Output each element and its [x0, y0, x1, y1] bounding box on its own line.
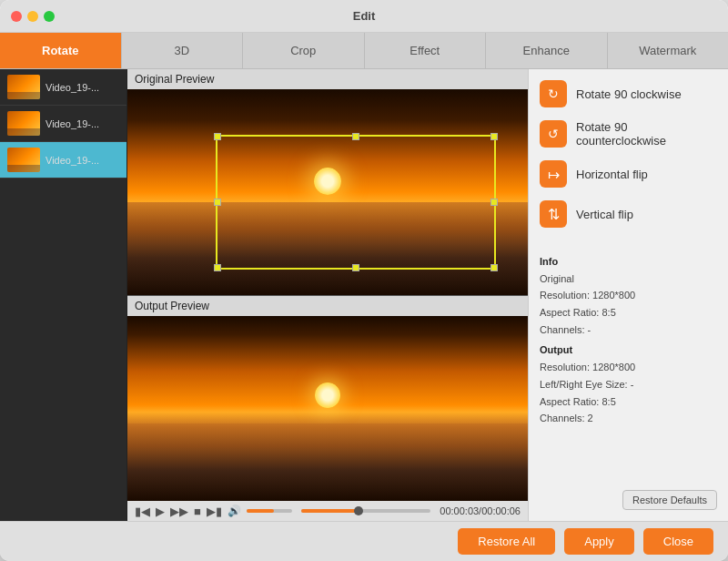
- output-preview-section: Output Preview ▮◀ ▶ ▶▶ ■ ▶▮ 🔊: [127, 296, 528, 522]
- original-preview-label: Original Preview: [127, 69, 528, 89]
- progress-bar[interactable]: [301, 509, 430, 513]
- list-item[interactable]: Video_19-...: [0, 106, 126, 142]
- progress-fill: [301, 509, 359, 513]
- output-video-frame: [127, 316, 528, 502]
- vflip-action[interactable]: ⇅ Vertical flip: [540, 200, 717, 228]
- info-panel: Info Original Resolution: 1280*800 Aspec…: [540, 250, 717, 427]
- skip-to-end-button[interactable]: ▶▮: [207, 505, 222, 517]
- original-preview-section: Original Preview: [127, 69, 528, 295]
- tab-crop[interactable]: Crop: [243, 33, 365, 68]
- hflip-label: Horizontal flip: [576, 168, 648, 181]
- original-label: Original: [540, 270, 717, 288]
- video-thumbnail: [7, 75, 40, 99]
- step-forward-button[interactable]: ▶▶: [170, 505, 188, 517]
- original-channels: Channels: -: [540, 321, 717, 339]
- output-resolution: Resolution: 1280*800: [540, 359, 717, 376]
- skip-to-start-button[interactable]: ▮◀: [135, 505, 150, 517]
- center-area: Original Preview: [127, 69, 528, 521]
- rotate-ccw-label: Rotate 90 counterclockwise: [576, 120, 717, 148]
- video-thumbnail: [7, 148, 40, 172]
- output-eye-size: Left/Right Eye Size: -: [540, 376, 717, 393]
- original-video-frame: [127, 89, 528, 295]
- rotate-cw-action[interactable]: ↻ Rotate 90 clockwise: [540, 80, 717, 107]
- tabs-bar: Rotate 3D Crop Effect Enhance Watermark: [0, 33, 728, 69]
- rotate-ccw-action[interactable]: ↺ Rotate 90 counterclockwise: [540, 120, 717, 148]
- original-aspect-ratio: Aspect Ratio: 8:5: [540, 304, 717, 321]
- bottom-bar: Restore All Apply Close: [0, 521, 728, 561]
- title-bar: Edit: [0, 0, 728, 33]
- right-panel: ↻ Rotate 90 clockwise ↺ Rotate 90 counte…: [528, 69, 728, 521]
- output-water-graphic: [127, 423, 528, 501]
- video-list: Video_19-... Video_19-... Video_19-...: [0, 69, 127, 521]
- output-sun-graphic: [315, 382, 340, 408]
- tab-enhance[interactable]: Enhance: [486, 33, 608, 68]
- original-resolution: Resolution: 1280*800: [540, 287, 717, 304]
- window-title: Edit: [353, 9, 376, 23]
- close-traffic-light[interactable]: [11, 11, 22, 22]
- video-item-label: Video_19-...: [46, 82, 99, 93]
- video-item-label: Video_19-...: [46, 118, 99, 129]
- right-panel-inner: ↻ Rotate 90 clockwise ↺ Rotate 90 counte…: [540, 80, 717, 510]
- time-display: 00:00:03/00:00:06: [440, 505, 521, 516]
- list-item[interactable]: Video_19-...: [0, 69, 126, 106]
- tab-watermark[interactable]: Watermark: [608, 33, 729, 68]
- hflip-action[interactable]: ↦ Horizontal flip: [540, 160, 717, 188]
- stop-button[interactable]: ■: [194, 505, 201, 517]
- water-graphic: [127, 202, 528, 294]
- volume-fill: [247, 509, 274, 513]
- progress-thumb[interactable]: [354, 506, 363, 515]
- volume-slider[interactable]: [247, 509, 292, 513]
- vflip-label: Vertical flip: [576, 208, 633, 221]
- apply-button[interactable]: Apply: [564, 528, 634, 555]
- restore-all-button[interactable]: Restore All: [458, 528, 555, 555]
- traffic-lights: [11, 11, 55, 22]
- video-item-label: Video_19-...: [46, 155, 99, 166]
- rotate-cw-icon: ↻: [540, 80, 567, 107]
- list-item[interactable]: Video_19-...: [0, 142, 126, 178]
- tab-3d[interactable]: 3D: [122, 33, 244, 68]
- close-button[interactable]: Close: [643, 528, 713, 555]
- volume-icon: 🔊: [228, 505, 241, 517]
- hflip-icon: ↦: [540, 160, 567, 188]
- rotate-ccw-icon: ↺: [540, 120, 567, 148]
- output-channels: Channels: 2: [540, 410, 717, 427]
- playback-controls: ▮◀ ▶ ▶▶ ■ ▶▮ 🔊 00:00:03/00:00:06: [127, 501, 528, 521]
- original-preview-area: [127, 89, 528, 295]
- info-title: Info: [540, 253, 717, 270]
- tab-effect[interactable]: Effect: [365, 33, 487, 68]
- vflip-icon: ⇅: [540, 200, 567, 228]
- output-label: Output: [540, 342, 717, 359]
- output-aspect-ratio: Aspect Ratio: 8:5: [540, 393, 717, 411]
- main-content: Video_19-... Video_19-... Video_19-... O…: [0, 69, 728, 521]
- tab-rotate[interactable]: Rotate: [0, 33, 122, 68]
- video-thumbnail: [7, 111, 40, 136]
- app-window: Edit Rotate 3D Crop Effect Enhance Water…: [0, 0, 728, 561]
- rotate-cw-label: Rotate 90 clockwise: [576, 87, 682, 101]
- output-preview-label: Output Preview: [127, 296, 528, 316]
- play-button[interactable]: ▶: [156, 505, 165, 517]
- sun-graphic: [314, 168, 341, 195]
- minimize-traffic-light[interactable]: [27, 11, 38, 22]
- restore-defaults-button[interactable]: Restore Defaults: [622, 490, 717, 510]
- maximize-traffic-light[interactable]: [44, 11, 55, 22]
